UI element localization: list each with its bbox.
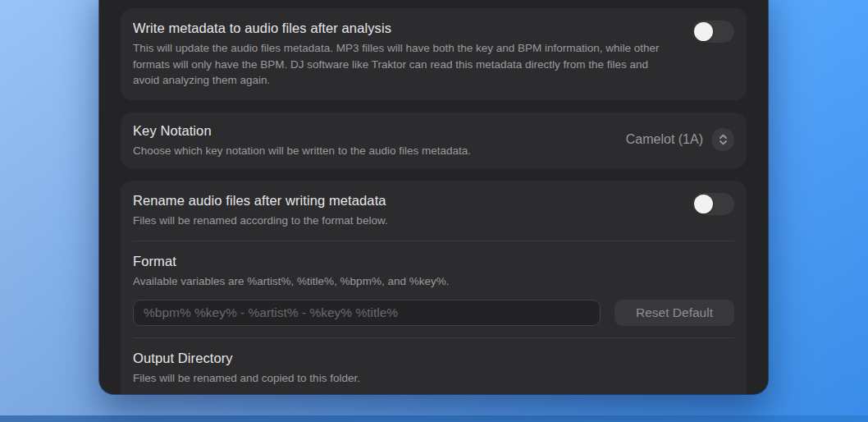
write-metadata-toggle[interactable] [692,21,734,43]
format-block: Format Available variables are %artist%,… [121,241,747,338]
key-notation-select[interactable]: Camelot (1A) [626,128,734,151]
output-directory-block: Output Directory Files will be renamed a… [121,338,747,394]
write-metadata-row: Write metadata to audio files after anal… [121,8,747,100]
format-title: Format [133,252,734,270]
key-notation-title: Key Notation [133,122,610,140]
key-notation-description: Choose which key notation will be writte… [133,143,610,159]
output-directory-title: Output Directory [133,349,734,367]
write-metadata-title: Write metadata to audio files after anal… [133,19,676,37]
toggle-knob [694,22,713,41]
key-notation-row: Key Notation Choose which key notation w… [121,112,747,169]
chevron-up-down-icon [719,133,728,146]
desktop-background: Write metadata to audio files after anal… [0,0,868,422]
toggle-knob [694,195,713,213]
section-rename-format-output: Rename audio files after writing metadat… [121,181,747,394]
background-bottom-strip [0,415,868,422]
section-write-metadata: Write metadata to audio files after anal… [121,8,747,100]
key-notation-selected-value: Camelot (1A) [626,132,703,147]
format-input-row: Reset Default [133,300,734,326]
write-metadata-description: This will update the audio files metadat… [133,40,676,89]
reset-default-button[interactable]: Reset Default [614,300,734,326]
write-metadata-texts: Write metadata to audio files after anal… [133,19,676,89]
rename-texts: Rename audio files after writing metadat… [133,191,676,229]
rename-description: Files will be renamed according to the f… [133,213,676,229]
format-input[interactable] [133,300,601,326]
section-key-notation: Key Notation Choose which key notation w… [121,112,747,169]
rename-title: Rename audio files after writing metadat… [133,191,676,209]
settings-window: Write metadata to audio files after anal… [99,0,768,394]
rename-row: Rename audio files after writing metadat… [121,181,747,241]
stepper-button[interactable] [711,128,734,151]
key-notation-texts: Key Notation Choose which key notation w… [133,122,610,159]
rename-toggle[interactable] [692,193,734,215]
output-directory-description: Files will be renamed and copied to this… [133,370,688,387]
format-description: Available variables are %artist%, %title… [133,273,688,290]
